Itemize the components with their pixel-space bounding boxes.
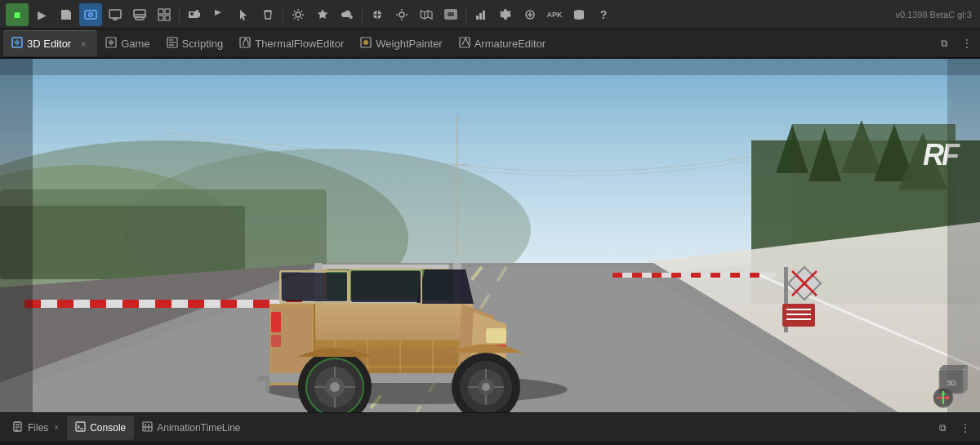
svg-point-143 — [330, 382, 340, 392]
svg-rect-114 — [282, 273, 347, 301]
svg-rect-128 — [271, 312, 281, 332]
svg-point-153 — [482, 383, 490, 391]
svg-rect-78 — [220, 300, 237, 308]
bottom-menu-btn[interactable]: ⋮ — [956, 418, 975, 438]
svg-rect-129 — [271, 335, 281, 347]
bottom-tab-close-files[interactable]: × — [54, 423, 59, 432]
tab-label-3d-editor: 3D Editor — [27, 38, 71, 50]
play-icon[interactable]: ▶ — [30, 3, 53, 26]
bottom-bar-right: ⧉ ⋮ — [933, 418, 975, 438]
flag-icon[interactable] — [207, 3, 230, 26]
svg-rect-6 — [134, 10, 145, 17]
tab-icon-scripting — [167, 37, 178, 51]
svg-rect-136 — [486, 328, 506, 343]
tab-label-weight: WeightPainter — [376, 38, 442, 50]
play-stop-icon[interactable]: ■ — [6, 3, 29, 26]
version-label: v0.1398 BetaC gl:3 — [895, 10, 975, 20]
toolbar-sep-4 — [466, 7, 466, 23]
help-icon[interactable]: ? — [592, 3, 615, 26]
sun-icon[interactable] — [287, 3, 310, 26]
svg-rect-75 — [122, 300, 139, 308]
tab-label-armature: ArmatureEditor — [474, 38, 546, 50]
animation-icon — [142, 421, 153, 434]
tab-game[interactable]: Game — [97, 30, 158, 56]
svg-rect-74 — [90, 300, 106, 308]
bottom-tab-animation[interactable]: AnimationTimeLine — [134, 416, 248, 440]
camera-render-icon[interactable] — [79, 3, 102, 26]
svg-rect-83 — [612, 273, 622, 278]
tab-3d-editor[interactable]: 3D Editor × — [3, 30, 97, 56]
svg-rect-12 — [165, 16, 170, 20]
cloud-icon[interactable] — [336, 3, 359, 26]
svg-rect-73 — [57, 300, 74, 308]
svg-rect-10 — [165, 9, 170, 14]
bottom-tab-files[interactable]: Files × — [5, 416, 67, 440]
files-icon — [13, 421, 24, 434]
svg-rect-29 — [476, 16, 479, 20]
toolbar-sep-1 — [179, 7, 180, 23]
svg-point-2 — [90, 13, 92, 16]
svg-rect-76 — [155, 300, 172, 308]
svg-rect-103 — [318, 265, 449, 269]
tab-weight-painter[interactable]: WeightPainter — [352, 30, 450, 56]
tab-armature-editor[interactable]: ArmatureEditor — [451, 30, 554, 56]
tab-close-3d-editor[interactable]: × — [78, 38, 89, 50]
display-icon[interactable] — [439, 3, 462, 26]
tab-icon-game — [105, 37, 117, 51]
brightness-icon[interactable] — [366, 3, 389, 26]
svg-rect-9 — [158, 9, 163, 14]
svg-rect-86 — [671, 273, 681, 278]
bottom-tab-label-files: Files — [28, 422, 48, 434]
console-icon — [75, 421, 86, 434]
settings2-icon[interactable] — [390, 3, 413, 26]
toolbar-sep-2 — [283, 7, 283, 23]
screen-icon[interactable] — [104, 3, 127, 26]
toolbar-sep-3 — [362, 7, 363, 23]
bottom-tab-console[interactable]: Console — [67, 416, 134, 440]
svg-rect-30 — [479, 13, 482, 20]
tab-menu-btn[interactable]: ⋮ — [957, 33, 977, 53]
apk-icon[interactable]: APK — [543, 3, 566, 26]
svg-rect-52 — [0, 206, 245, 279]
svg-rect-113 — [351, 271, 421, 302]
svg-rect-89 — [730, 273, 740, 278]
svg-rect-3 — [109, 10, 121, 18]
svg-rect-8 — [136, 17, 144, 20]
cursor-icon[interactable] — [232, 3, 255, 26]
grid-icon[interactable] — [153, 3, 176, 26]
svg-rect-87 — [691, 273, 701, 278]
database-icon[interactable] — [568, 3, 590, 26]
svg-rect-159 — [0, 59, 33, 412]
svg-point-32 — [504, 13, 507, 16]
tab-scripting[interactable]: Scripting — [158, 30, 232, 56]
map-icon[interactable] — [415, 3, 438, 26]
svg-rect-88 — [710, 273, 720, 278]
bottom-bar: Files × Console AnimationTimeLine ⧉ ⋮ — [0, 412, 980, 442]
svg-line-22 — [294, 17, 296, 19]
bottom-maximize-btn[interactable]: ⧉ — [933, 418, 952, 438]
star-icon[interactable] — [311, 3, 334, 26]
tab-label-thermal: ThermalFlowEditor — [255, 38, 344, 50]
svg-rect-11 — [158, 16, 163, 20]
svg-point-45 — [363, 40, 368, 45]
top-toolbar: ■ ▶ — [0, 0, 980, 29]
tab-icon-thermal — [239, 37, 251, 51]
svg-rect-160 — [947, 59, 980, 412]
gear-icon[interactable] — [494, 3, 517, 26]
svg-rect-28 — [447, 11, 455, 17]
viewport-scene: RF 3D — [0, 59, 980, 412]
svg-rect-79 — [253, 300, 270, 308]
svg-marker-36 — [14, 39, 20, 46]
settings-icon[interactable] — [519, 3, 541, 26]
viewport: RF 3D — [0, 59, 980, 412]
trash-icon[interactable] — [256, 3, 279, 26]
tab-thermal-flow[interactable]: ThermalFlowEditor — [231, 30, 352, 56]
bottom-tab-label-animation: AnimationTimeLine — [157, 422, 240, 434]
chart-icon[interactable] — [470, 3, 492, 26]
tab-maximize-btn[interactable]: ⧉ — [934, 33, 954, 53]
save-icon[interactable] — [55, 3, 78, 26]
svg-point-24 — [399, 12, 404, 17]
camera-icon[interactable] — [183, 3, 206, 26]
monitor-icon[interactable] — [128, 3, 151, 26]
svg-rect-175 — [76, 422, 85, 431]
